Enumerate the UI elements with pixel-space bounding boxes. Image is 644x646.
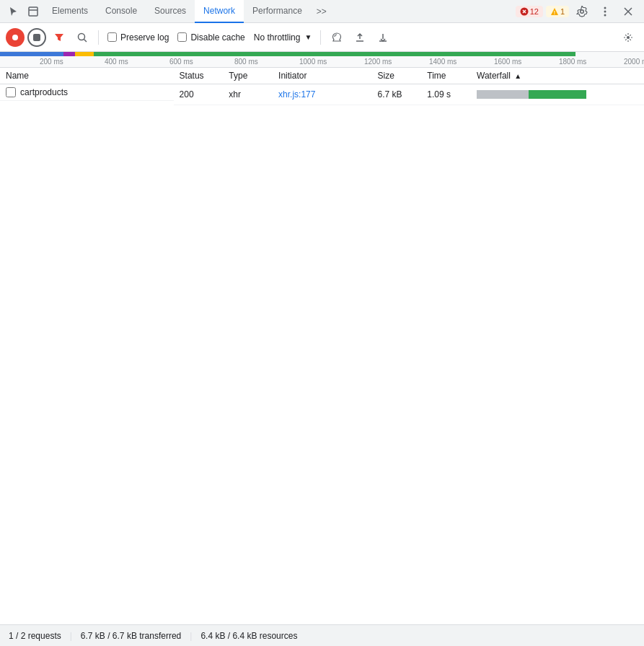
status-bar: 1 / 2 requests | 6.7 kB / 6.7 kB transfe… <box>0 624 644 646</box>
ruler-tick: 1200 ms <box>364 58 392 66</box>
ruler-tick: 1600 ms <box>494 58 521 66</box>
cell-status: 200 <box>174 84 224 105</box>
network-toolbar: Preserve log Disable cache No throttling… <box>0 23 644 52</box>
th-size[interactable]: Size <box>372 68 422 84</box>
stop-button[interactable] <box>27 28 46 47</box>
disable-cache-label[interactable]: Disable cache <box>175 32 247 43</box>
requests-count: 1 / 2 requests <box>9 631 61 641</box>
cell-initiator[interactable]: xhr.js:177 <box>273 84 371 105</box>
ruler-tick: 1800 ms <box>559 58 586 66</box>
ruler-tick: 2000 ms <box>624 58 644 66</box>
separator-1 <box>98 30 99 45</box>
waterfall-receiving-bar <box>529 90 586 99</box>
download-har-icon[interactable] <box>373 27 393 48</box>
filter-icon[interactable] <box>49 27 69 48</box>
preserve-log-checkbox[interactable] <box>107 32 117 42</box>
preserve-log-label[interactable]: Preserve log <box>105 32 172 43</box>
record-button[interactable] <box>6 28 25 47</box>
network-table-area: Name Status Type Initiator Size <box>0 68 644 646</box>
dock-icon[interactable] <box>23 1 43 22</box>
separator-status-1: | <box>70 631 72 641</box>
th-type[interactable]: Type <box>223 68 273 84</box>
th-time[interactable]: Time <box>421 68 471 84</box>
svg-point-11 <box>12 35 18 40</box>
tab-elements[interactable]: Elements <box>43 0 97 23</box>
svg-text:!: ! <box>554 9 555 14</box>
tab-performance[interactable]: Performance <box>244 0 311 23</box>
ruler-tick: 400 ms <box>105 58 128 66</box>
tab-bar: Elements Console Sources Network Perform… <box>0 0 644 23</box>
resources-size: 6.4 kB / 6.4 kB resources <box>200 631 297 641</box>
network-conditions-icon[interactable] <box>327 27 347 48</box>
throttle-dropdown[interactable]: No throttling ▼ <box>251 31 315 44</box>
svg-point-8 <box>604 14 606 16</box>
tab-console[interactable]: Console <box>97 0 146 23</box>
svg-point-14 <box>627 36 630 39</box>
cell-name: cartproducts <box>0 84 174 101</box>
error-icon <box>520 7 529 16</box>
network-settings-icon[interactable] <box>618 27 638 48</box>
svg-point-12 <box>79 33 85 40</box>
svg-point-6 <box>604 6 606 9</box>
ruler-ticks: 200 ms400 ms600 ms800 ms1000 ms1200 ms14… <box>0 58 644 68</box>
tab-more-button[interactable]: >> <box>311 0 332 23</box>
table-header-row: Name Status Type Initiator Size <box>0 68 644 84</box>
warn-badge[interactable]: ! 1 <box>546 6 569 17</box>
th-initiator[interactable]: Initiator <box>273 68 371 84</box>
svg-point-7 <box>604 10 606 12</box>
sort-arrow-up: ▲ <box>514 72 521 80</box>
tab-list: Elements Console Sources Network Perform… <box>3 0 332 23</box>
search-icon[interactable] <box>72 27 92 48</box>
timeline-ruler: 200 ms400 ms600 ms800 ms1000 ms1200 ms14… <box>0 52 644 68</box>
tab-bar-actions: 12 ! 1 <box>516 1 641 22</box>
warning-icon: ! <box>550 7 559 16</box>
row-select-checkbox[interactable] <box>6 87 16 97</box>
table-empty-space <box>0 105 644 538</box>
th-name[interactable]: Name <box>0 68 174 84</box>
network-table: Name Status Type Initiator Size <box>0 68 644 105</box>
upload-har-icon[interactable] <box>350 27 370 48</box>
settings-icon[interactable] <box>572 1 592 22</box>
waterfall-bar-container <box>477 87 638 102</box>
separator-status-2: | <box>190 631 192 641</box>
transferred-size: 6.7 kB / 6.7 kB transferred <box>81 631 181 641</box>
cell-size: 6.7 kB <box>372 84 422 105</box>
ruler-tick: 600 ms <box>169 58 193 66</box>
svg-rect-0 <box>29 7 38 16</box>
separator-2 <box>320 30 321 45</box>
error-badge[interactable]: 12 <box>516 6 543 17</box>
ruler-tick: 1000 ms <box>299 58 327 66</box>
close-icon[interactable] <box>618 1 638 22</box>
more-options-icon[interactable] <box>595 1 615 22</box>
table-body: cartproducts200xhrxhr.js:1776.7 kB1.09 s <box>0 84 644 105</box>
toolbar-right <box>618 27 638 48</box>
tab-sources[interactable]: Sources <box>146 0 195 23</box>
th-status[interactable]: Status <box>174 68 224 84</box>
waterfall-waiting-bar <box>477 90 529 99</box>
th-waterfall[interactable]: Waterfall ▲ <box>471 68 644 84</box>
initiator-link[interactable]: xhr.js:177 <box>278 89 315 99</box>
ruler-tick: 200 ms <box>40 58 63 66</box>
svg-line-13 <box>84 39 87 42</box>
table-row[interactable]: cartproducts200xhrxhr.js:1776.7 kB1.09 s <box>0 84 644 105</box>
cell-type: xhr <box>223 84 273 105</box>
cell-time: 1.09 s <box>421 84 471 105</box>
disable-cache-checkbox[interactable] <box>177 32 187 42</box>
request-name: cartproducts <box>20 87 68 97</box>
stop-inner-icon <box>33 34 40 41</box>
cursor-icon[interactable] <box>3 1 23 22</box>
ruler-tick: 800 ms <box>234 58 258 66</box>
cell-waterfall <box>471 84 644 105</box>
ruler-tick: 1400 ms <box>429 58 456 66</box>
tab-network[interactable]: Network <box>195 0 244 23</box>
timeline-color-bar <box>0 52 644 56</box>
